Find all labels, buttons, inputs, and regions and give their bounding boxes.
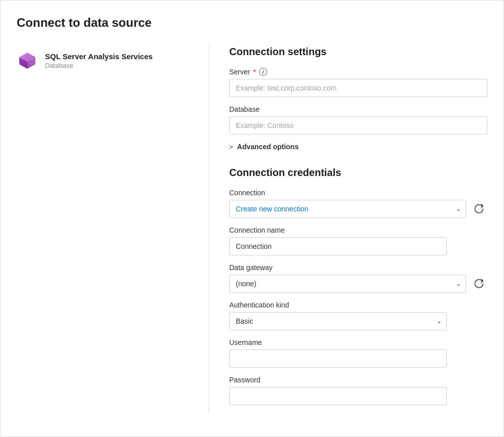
database-input[interactable] [229,116,487,135]
connection-select[interactable]: Create new connection [229,200,466,218]
page-container: Connect to data source [0,0,504,437]
server-label: Server * i [229,68,487,76]
username-label: Username [229,338,487,346]
connection-refresh-button[interactable] [471,201,487,217]
data-gateway-refresh-button[interactable] [471,276,487,292]
auth-kind-dropdown-field: Basic Windows OAuth2 ⌄ [229,312,447,330]
server-field-group: Server * i [229,68,487,97]
password-field-group: Password [229,376,487,405]
source-info: SQL Server Analysis Services Database [45,52,153,69]
connection-dropdown-wrapper: Create new connection ⌄ [229,200,487,218]
server-input[interactable] [229,79,487,97]
connection-label: Connection [229,189,487,197]
password-label: Password [229,376,487,384]
refresh-icon [474,204,484,214]
data-gateway-dropdown-wrapper: (none) ⌄ [229,275,487,293]
source-type: Database [45,62,153,69]
source-item: SQL Server Analysis Services Database [17,50,188,71]
connection-name-input[interactable] [229,237,447,255]
main-layout: SQL Server Analysis Services Database Co… [17,46,487,413]
connection-credentials-title: Connection credentials [229,167,487,179]
auth-kind-select[interactable]: Basic Windows OAuth2 [229,312,447,330]
left-panel: SQL Server Analysis Services Database [17,46,209,413]
data-gateway-field-group: Data gateway (none) ⌄ [229,264,487,293]
cube-icon [17,50,38,71]
database-field-group: Database [229,105,487,135]
connection-field-group: Connection Create new connection ⌄ [229,189,487,218]
auth-kind-label: Authentication kind [229,301,487,309]
username-field-group: Username [229,338,487,368]
advanced-options-label: Advanced options [237,143,299,151]
chevron-right-icon: > [229,143,233,151]
connection-name-label: Connection name [229,226,487,234]
data-gateway-dropdown-field: (none) ⌄ [229,275,466,293]
connection-credentials-section: Connection credentials Connection Create… [229,167,487,405]
data-gateway-label: Data gateway [229,264,487,272]
source-name: SQL Server Analysis Services [45,52,153,61]
refresh-icon-2 [474,279,484,289]
username-input[interactable] [229,349,447,368]
connection-settings-title: Connection settings [229,46,487,58]
password-input[interactable] [229,387,447,405]
advanced-options-toggle[interactable]: > Advanced options [229,143,487,151]
auth-kind-field-group: Authentication kind Basic Windows OAuth2… [229,301,487,330]
connection-name-field-group: Connection name [229,226,487,255]
database-label: Database [229,105,487,113]
connection-dropdown-field: Create new connection ⌄ [229,200,466,218]
right-panel: Connection settings Server * i Database [209,46,487,413]
info-icon[interactable]: i [259,68,267,76]
data-gateway-select[interactable]: (none) [229,275,466,293]
required-asterisk: * [253,68,256,76]
page-title: Connect to data source [17,16,487,30]
